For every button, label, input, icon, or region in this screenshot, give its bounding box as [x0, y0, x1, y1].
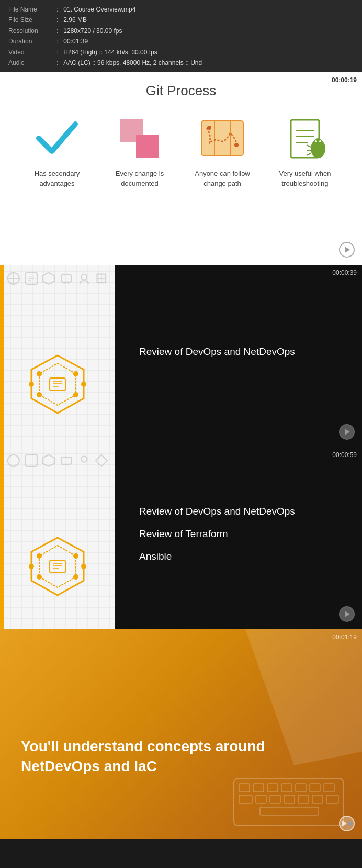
svg-rect-74 [312, 795, 323, 803]
svg-line-15 [307, 145, 311, 147]
frame2-main: Review of DevOps and NetDevOps [115, 265, 362, 447]
svg-point-41 [81, 382, 86, 387]
svg-rect-34 [50, 378, 65, 391]
svg-rect-73 [298, 795, 309, 803]
frame3-line1: Review of DevOps and NetDevOps [139, 505, 295, 519]
svg-point-44 [8, 455, 19, 466]
svg-rect-2 [201, 121, 243, 155]
sep5: : [53, 47, 61, 58]
frame2-line1: Review of DevOps and NetDevOps [139, 345, 295, 359]
timestamp-1: 00:00:19 [332, 76, 357, 84]
svg-point-40 [29, 382, 34, 387]
tech-icon [94, 271, 109, 286]
map-icon [199, 115, 246, 162]
git-icons-row: Has secondary advantages Every change is… [16, 115, 346, 188]
label-filesize: File Size [6, 15, 53, 25]
svg-rect-25 [61, 275, 71, 282]
play-button-1[interactable] [339, 242, 355, 258]
icon-label-4: Very useful when troubleshooting [268, 169, 341, 188]
video-frame-4: 00:01:19 You'll understand concepts arou… [0, 629, 362, 839]
svg-point-54 [37, 553, 42, 559]
icon-label-2: Every change is documented [103, 169, 176, 188]
frame4-text-block: You'll understand concepts around NetDev… [21, 737, 341, 776]
svg-point-43 [73, 392, 78, 397]
svg-rect-45 [25, 455, 37, 466]
sep4: : [53, 36, 61, 47]
squares-icon [116, 115, 163, 162]
svg-rect-50 [50, 560, 65, 573]
yellow-bar-3 [0, 447, 4, 629]
tech-icon [59, 453, 74, 468]
svg-rect-61 [234, 778, 344, 826]
svg-rect-46 [61, 457, 71, 464]
svg-rect-71 [270, 795, 280, 803]
timestamp-2: 00:00:39 [332, 269, 357, 276]
frame3-text: Review of DevOps and NetDevOps Review of… [139, 505, 295, 572]
value-filename: 01. Course Overview.mp4 [61, 4, 204, 15]
value-resolution: 1280x720 / 30.00 fps [61, 26, 204, 36]
svg-marker-33 [39, 363, 76, 405]
sep6: : [53, 58, 61, 68]
sep3: : [53, 26, 61, 36]
value-filesize: 2.96 MB [61, 15, 204, 25]
svg-point-56 [29, 564, 34, 569]
value-video: H264 (High) :: 144 kb/s, 30.00 fps [61, 47, 204, 58]
label-resolution: Resolution [6, 26, 53, 36]
git-icon-item-1: Has secondary advantages [20, 115, 93, 188]
tech-icon [6, 453, 21, 468]
play-button-4[interactable] [339, 816, 355, 831]
svg-rect-68 [324, 784, 334, 792]
svg-rect-67 [310, 784, 320, 792]
frame3-line3: Ansible [139, 550, 295, 564]
svg-point-13 [315, 140, 317, 142]
frame4-heading: You'll understand concepts around NetDev… [21, 737, 341, 776]
svg-rect-69 [239, 795, 252, 803]
svg-point-47 [81, 457, 87, 462]
hexagon-network-icon [26, 353, 89, 416]
svg-rect-1 [136, 135, 159, 158]
file-info-panel: File Name : 01. Course Overview.mp4 File… [0, 0, 362, 72]
frame3-sidebar [0, 447, 115, 629]
svg-rect-65 [281, 784, 292, 792]
svg-line-17 [307, 153, 311, 155]
svg-point-28 [81, 274, 87, 280]
svg-point-42 [37, 392, 42, 397]
label-video: Video [6, 47, 53, 58]
git-icon-item-3: Anyone can follow change path [186, 115, 258, 188]
value-audio: AAC (LC) :: 96 kbps, 48000 Hz, 2 channel… [61, 58, 204, 68]
keyboard-icon [231, 776, 346, 828]
sep2: : [53, 15, 61, 25]
checkmark-icon [33, 115, 81, 162]
svg-rect-63 [253, 784, 264, 792]
sep1: : [53, 4, 61, 15]
bug-icon [281, 115, 329, 162]
video-frame-2: 00:00:39 Revie [0, 265, 362, 447]
value-duration: 00:01:39 [61, 36, 204, 47]
svg-point-14 [319, 140, 321, 142]
svg-point-58 [37, 574, 42, 580]
svg-point-59 [73, 574, 78, 580]
svg-point-57 [81, 564, 86, 569]
svg-point-6 [234, 143, 239, 147]
tech-icon [77, 453, 92, 468]
icon-label-3: Anyone can follow change path [186, 169, 258, 188]
video-frame-1: 00:00:19 Git Process Has secondary advan… [0, 72, 362, 265]
yellow-bar-2 [0, 265, 4, 447]
frame1-content: Git Process Has secondary advantages Eve… [0, 72, 362, 204]
svg-rect-70 [256, 795, 266, 803]
timestamp-3: 00:00:59 [332, 451, 357, 459]
svg-rect-62 [239, 784, 250, 792]
svg-rect-64 [267, 784, 278, 792]
icon-label-1: Has secondary advantages [20, 169, 93, 188]
git-icon-item-4: Very useful when troubleshooting [268, 115, 341, 188]
hexagon-network-icon-2 [26, 535, 89, 598]
video-frame-3: 00:00:59 Review of DevOp [0, 447, 362, 629]
tech-icon [41, 453, 56, 468]
tech-icon [24, 271, 39, 286]
svg-rect-76 [260, 807, 319, 815]
label-filename: File Name [6, 4, 53, 15]
svg-marker-49 [39, 546, 76, 587]
svg-point-38 [37, 371, 42, 376]
git-icon-item-2: Every change is documented [103, 115, 176, 188]
label-audio: Audio [6, 58, 53, 68]
